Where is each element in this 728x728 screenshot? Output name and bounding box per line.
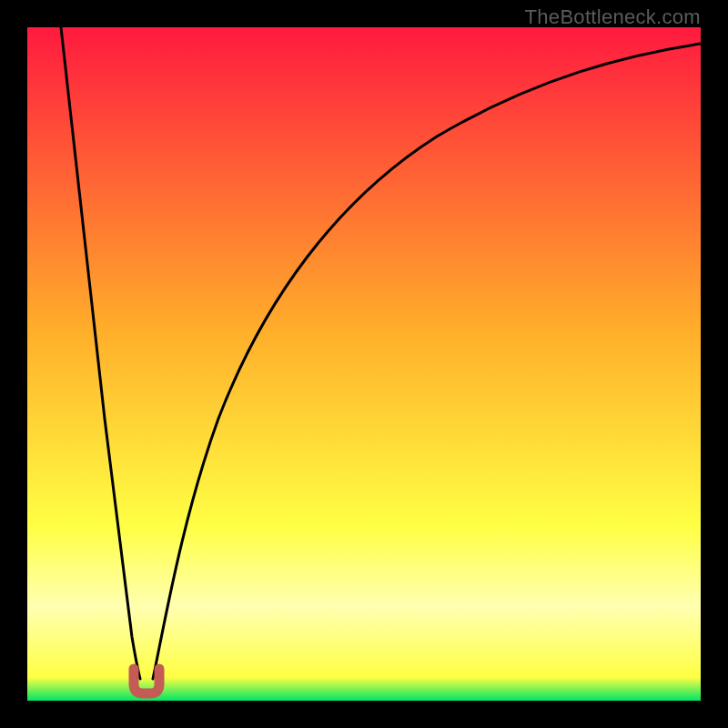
- bottleneck-curve: [27, 27, 701, 701]
- minimum-marker-icon: [134, 669, 159, 693]
- chart-frame: TheBottleneck.com: [0, 0, 728, 728]
- plot-area: [27, 27, 701, 701]
- watermark-text: TheBottleneck.com: [525, 5, 701, 29]
